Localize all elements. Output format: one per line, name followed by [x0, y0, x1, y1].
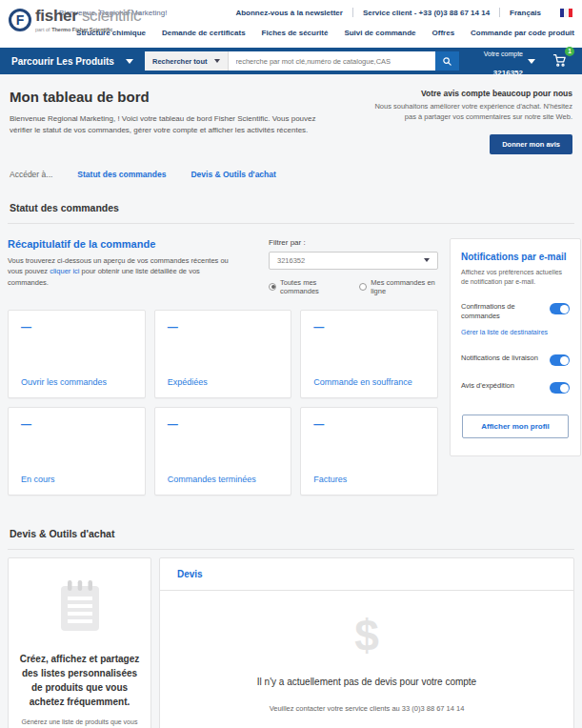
brand-tagline: part of Thermo Fisher Scientific [35, 27, 141, 32]
search-input[interactable] [229, 51, 435, 71]
quotes-panel: Devis $ Il n'y a actuellement pas de dev… [159, 557, 574, 728]
order-list-link[interactable]: cliquer ici [50, 267, 79, 275]
quotes-empty-title: Il n'y a actuellement pas de devis pour … [160, 677, 573, 687]
chevron-down-icon [126, 59, 133, 64]
orders-section: Récapitulatif de la commande Vous trouve… [8, 224, 574, 505]
notification-order-confirmations: Confirmations de commandes [461, 302, 570, 321]
language-label: Français [510, 9, 541, 17]
page-title: Mon tableau de bord [10, 89, 324, 105]
search-bar: Parcourir Les Produits Rechercher tout V… [0, 48, 582, 74]
notifications-subtitle: Affichez vos préférences actuelles de no… [461, 268, 570, 287]
card-label[interactable]: Commande en souffrance [313, 377, 425, 387]
toggle-shipping-notices[interactable] [550, 382, 570, 394]
feedback-title: Votre avis compte beaucoup pour nous [371, 89, 572, 98]
radio-icon [359, 283, 367, 291]
language-selector[interactable]: Français [510, 9, 572, 17]
dashboard-header: Mon tableau de bord Bienvenue Regional M… [8, 74, 574, 160]
card-open-orders[interactable]: — Ouvrir les commandes [8, 310, 146, 398]
email-notifications-panel: Notifications par e-mail Affichez vos pr… [450, 238, 581, 457]
cart-button[interactable]: 1 [551, 51, 569, 71]
fisher-f-icon: F [9, 9, 31, 31]
fisher-logo[interactable]: F fisher scientific part of Thermo Fishe… [9, 7, 141, 32]
card-value: — [168, 418, 279, 430]
chevron-down-icon [528, 59, 535, 64]
feedback-box: Votre avis compte beaucoup pour nous Nou… [371, 89, 572, 154]
toggle-order-confirmations[interactable] [550, 303, 570, 314]
card-label[interactable]: Expédiées [168, 377, 279, 387]
card-label[interactable]: Ouvrir les commandes [21, 377, 132, 387]
toggle-delivery-notifications[interactable] [550, 354, 570, 366]
brand-name: fisher scientific [35, 7, 141, 26]
search-scope-select[interactable]: Rechercher tout [145, 51, 229, 71]
dashboard-page: Mon tableau de bord Bienvenue Regional M… [0, 74, 582, 728]
divider [499, 8, 500, 17]
card-shipped[interactable]: — Expédiées [154, 310, 292, 398]
quotes-section-title: Devis & Outils d'achat [8, 518, 574, 550]
lists-subtext: Générez une liste de produits que vous c… [18, 718, 141, 728]
notifications-title: Notifications par e-mail [461, 252, 570, 262]
radio-icon [269, 283, 276, 291]
custom-lists-panel: Créez, affichez et partagez des listes p… [8, 557, 151, 728]
order-filter: Filtrer par : 3216352 Toutes mes command… [269, 238, 438, 295]
quicklink-statut-commandes[interactable]: Statut des commandes [77, 170, 166, 179]
card-value: — [21, 418, 132, 430]
filter-label: Filtrer par : [269, 238, 438, 247]
welcome-paragraph: Bienvenue Regional Marketing, ! Voici vo… [10, 113, 324, 137]
quicklink-devis-outils[interactable]: Devis & Outils d'achat [191, 170, 275, 179]
feedback-text: Nous souhaitons améliorer votre expérien… [371, 102, 572, 123]
chevron-down-icon [214, 59, 220, 63]
lists-headline: Créez, affichez et partagez des listes p… [18, 652, 141, 709]
card-backorder[interactable]: — Commande en souffrance [300, 310, 438, 398]
service-client-link[interactable]: Service client - +33 (0)3 88 67 14 14 [363, 9, 490, 17]
quotes-panel-title: Devis [160, 558, 573, 591]
give-feedback-button[interactable]: Donner mon avis [490, 134, 572, 154]
nav-offres[interactable]: Offres [432, 29, 455, 37]
quicklinks-bar: Accéder à... Statut des commandes Devis … [8, 160, 574, 192]
quotes-section: Devis & Outils d'achat Créez, affichez e… [8, 518, 574, 728]
view-profile-button[interactable]: Afficher mon profil [462, 415, 569, 438]
search-icon [442, 56, 452, 67]
radio-online-orders[interactable]: Mes commandes en ligne [359, 278, 438, 295]
account-menu[interactable]: Votre compte 3216352 [484, 42, 535, 80]
dollar-icon: $ [160, 614, 573, 657]
card-label[interactable]: Commandes terminées [168, 475, 279, 484]
site-header: F fisher scientific part of Thermo Fishe… [0, 0, 582, 48]
nav-suivi-commande[interactable]: Suivi de commande [344, 29, 415, 37]
account-filter-select[interactable]: 3216352 [269, 252, 438, 270]
order-status-cards: — Ouvrir les commandes — Expédiées — Com… [8, 310, 438, 495]
radio-all-orders[interactable]: Toutes mes commandes [269, 278, 344, 295]
nav-fiches-securite[interactable]: Fiches de sécurité [262, 29, 329, 37]
account-number: 3216352 [493, 69, 523, 77]
manage-recipients-link[interactable]: Gérer la liste de destinataires [461, 329, 548, 335]
card-value: — [168, 321, 279, 333]
notification-delivery: Notifications de livraison [461, 354, 570, 366]
card-value: — [313, 321, 425, 333]
nav-demande-certificats[interactable]: Demande de certificats [162, 29, 246, 37]
quotes-empty-subtext: Veuillez contacter votre service clients… [160, 704, 573, 713]
card-value: — [21, 321, 132, 333]
divider [352, 8, 353, 17]
order-summary-title: Récapitulatif de la commande [8, 238, 229, 250]
card-label[interactable]: En cours [21, 475, 132, 484]
order-summary-intro: Récapitulatif de la commande Vous trouve… [8, 238, 229, 295]
quotes-empty-state: $ Il n'y a actuellement pas de devis pou… [160, 591, 573, 713]
card-value: — [313, 418, 425, 430]
chevron-down-icon [424, 258, 430, 262]
card-completed-orders[interactable]: — Commandes terminées [154, 407, 292, 495]
newsletter-link[interactable]: Abonnez-vous à la newsletter [235, 9, 342, 17]
notification-shipping: Avis d'expédition [461, 381, 570, 394]
french-flag-icon [560, 9, 572, 17]
card-invoices[interactable]: — Factures [300, 407, 438, 495]
cart-count-badge: 1 [565, 47, 574, 56]
nav-commande-code-produit[interactable]: Commande par code produit [471, 29, 574, 37]
quicklinks-label: Accéder à... [10, 170, 52, 179]
account-label: Votre compte [484, 51, 523, 57]
browse-products-menu[interactable]: Parcourir Les Produits [0, 56, 145, 67]
orders-section-title: Statut des commandes [8, 192, 574, 224]
card-label[interactable]: Factures [313, 475, 425, 484]
search-button[interactable] [435, 51, 459, 71]
card-in-progress[interactable]: — En cours [8, 407, 146, 495]
list-notepad-icon [59, 579, 101, 633]
